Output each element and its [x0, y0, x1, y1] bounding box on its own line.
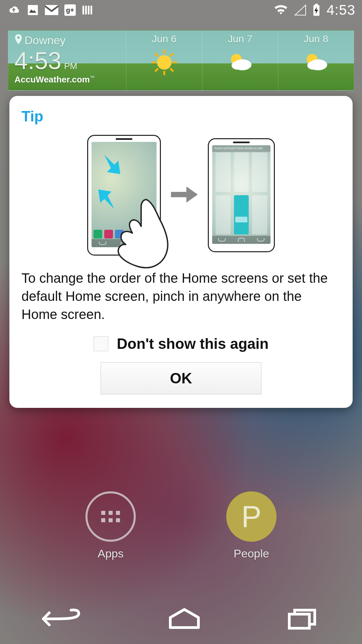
forecast-day-2[interactable]: Jun 7	[202, 31, 278, 90]
status-right: 4:53	[274, 2, 355, 18]
forecast-date: Jun 7	[228, 33, 252, 45]
svg-line-15	[155, 53, 158, 56]
wifi-icon	[274, 4, 288, 16]
svg-rect-7	[90, 6, 92, 14]
overview-hint: Touch and hold Home screen to edit	[212, 145, 270, 152]
weather-time: 4:53	[14, 47, 61, 74]
weather-current: Downey 4:53 PM AccuWeather.com™	[8, 31, 126, 90]
svg-point-24	[307, 61, 319, 69]
weather-widget[interactable]: Downey 4:53 PM AccuWeather.com™ Jun 6 Ju…	[8, 30, 354, 91]
weather-ampm: PM	[64, 61, 77, 71]
svg-rect-4	[82, 6, 84, 14]
svg-line-18	[155, 68, 158, 71]
pinch-hand-icon	[106, 196, 173, 271]
dont-show-label: Don't show this again	[117, 335, 269, 352]
apps-label: Apps	[98, 547, 124, 560]
location-pin-icon	[14, 34, 22, 47]
svg-point-10	[157, 55, 171, 69]
bars-icon	[82, 4, 93, 16]
home-shortcuts: Apps P People	[0, 491, 362, 560]
people-label: People	[234, 547, 269, 560]
apps-shortcut[interactable]: Apps	[85, 491, 136, 560]
status-left: g+	[7, 4, 93, 16]
dialog-illustration: Touch and hold Home screen to edit	[21, 135, 341, 256]
svg-text:g+: g+	[66, 6, 74, 14]
recent-apps-button[interactable]	[283, 605, 323, 632]
arrow-right-icon	[171, 184, 198, 206]
gmail-icon	[45, 5, 58, 15]
cloud-upload-icon	[7, 5, 21, 15]
ok-button[interactable]: OK	[101, 362, 261, 394]
google-plus-icon: g+	[64, 4, 76, 16]
illustration-phone-overview: Touch and hold Home screen to edit	[208, 138, 275, 252]
sunny-icon	[149, 47, 179, 79]
svg-line-17	[170, 53, 173, 56]
dont-show-checkbox[interactable]	[94, 336, 108, 351]
pinch-arrow-down-icon	[101, 155, 124, 178]
illustration-phone-pinch	[87, 135, 161, 256]
dont-show-row[interactable]: Don't show this again	[21, 335, 341, 352]
svg-line-16	[170, 68, 173, 71]
svg-rect-9	[315, 4, 318, 5]
status-clock: 4:53	[326, 2, 355, 18]
forecast-date: Jun 8	[304, 33, 328, 45]
partly-cloudy-icon	[301, 47, 331, 79]
home-button[interactable]	[164, 605, 204, 632]
people-icon: P	[226, 491, 277, 542]
forecast-day-3[interactable]: Jun 8	[278, 31, 354, 90]
svg-rect-25	[289, 614, 309, 628]
weather-location: Downey	[24, 34, 66, 47]
status-bar: g+ 4:53	[0, 0, 362, 20]
cell-signal-icon	[294, 4, 306, 16]
battery-charging-icon	[312, 4, 320, 16]
weather-brand: AccuWeather.com™	[14, 74, 120, 85]
svg-rect-5	[85, 6, 87, 14]
image-icon	[27, 4, 39, 16]
svg-point-21	[232, 61, 244, 69]
svg-rect-6	[88, 6, 89, 14]
people-shortcut[interactable]: P People	[226, 491, 277, 560]
forecast-day-1[interactable]: Jun 6	[126, 31, 202, 90]
nav-bar	[0, 594, 362, 644]
dialog-body: To change the order of the Home screens …	[21, 269, 341, 323]
forecast-date: Jun 6	[152, 33, 176, 45]
partly-cloudy-icon	[225, 47, 255, 79]
tip-dialog: Tip	[9, 96, 353, 408]
apps-icon	[85, 491, 136, 542]
dialog-title: Tip	[21, 108, 341, 125]
back-button[interactable]	[39, 605, 86, 632]
